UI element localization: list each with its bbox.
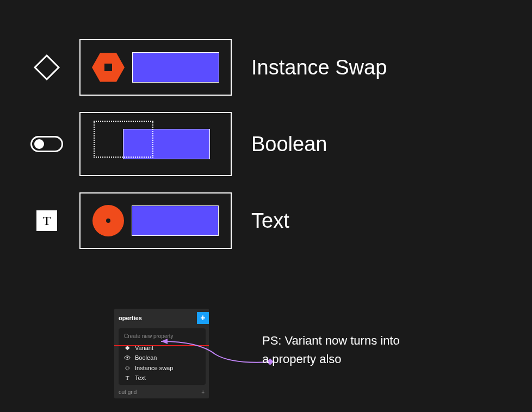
plus-small-icon[interactable]: + bbox=[201, 389, 205, 395]
annotation-text: PS: Variant now turns into a property al… bbox=[262, 332, 400, 369]
instance-swap-icon-wrap bbox=[14, 58, 79, 77]
row-boolean: Boolean bbox=[14, 112, 387, 176]
create-property-menu: Create new property ◆ Variant Boolean ◇ … bbox=[119, 328, 206, 385]
eye-icon bbox=[124, 355, 131, 360]
diamond-icon bbox=[34, 54, 60, 80]
menu-item-label: Instance swap bbox=[135, 365, 173, 371]
menu-item-label: Text bbox=[135, 374, 146, 381]
boolean-preview bbox=[79, 112, 232, 176]
instance-swap-label: Instance Swap bbox=[251, 56, 387, 79]
text-preview bbox=[79, 192, 232, 249]
red-underline bbox=[114, 345, 209, 346]
menu-title: Create new property bbox=[119, 330, 206, 342]
toggle-icon bbox=[30, 136, 63, 152]
boolean-icon-wrap bbox=[14, 136, 79, 152]
menu-item-label: Boolean bbox=[135, 354, 157, 361]
row-text: T Text bbox=[14, 192, 387, 249]
diamond-small-icon: ◇ bbox=[124, 364, 131, 371]
menu-item-variant[interactable]: ◆ Variant bbox=[119, 342, 206, 353]
text-icon-wrap: T bbox=[14, 210, 79, 231]
properties-panel: operties + Create new property ◆ Variant… bbox=[114, 309, 209, 398]
annotation-line1: PS: Variant now turns into bbox=[262, 332, 400, 350]
blue-rect bbox=[123, 129, 210, 159]
text-label: Text bbox=[251, 209, 289, 233]
blue-rect bbox=[132, 205, 219, 236]
menu-item-boolean[interactable]: Boolean bbox=[119, 353, 206, 363]
text-icon: T bbox=[36, 210, 57, 231]
blue-rect bbox=[132, 52, 219, 83]
annotation-line2: a property also bbox=[262, 350, 400, 369]
panel-footer-label: out grid bbox=[119, 389, 137, 395]
boolean-label: Boolean bbox=[251, 133, 327, 156]
svg-point-1 bbox=[127, 357, 128, 359]
add-property-button[interactable]: + bbox=[197, 312, 209, 324]
row-instance-swap: Instance Swap bbox=[14, 39, 387, 96]
panel-header: operties + bbox=[114, 309, 209, 327]
panel-header-title: operties bbox=[119, 315, 142, 321]
menu-item-text[interactable]: T Text bbox=[119, 373, 206, 383]
menu-item-instance-swap[interactable]: ◇ Instance swap bbox=[119, 363, 206, 373]
circle-icon bbox=[92, 205, 124, 236]
property-type-rows: Instance Swap Boolean T Text bbox=[14, 39, 387, 265]
text-small-icon: T bbox=[124, 374, 131, 381]
instance-swap-preview bbox=[79, 39, 232, 96]
hexagon-icon bbox=[92, 51, 125, 84]
panel-footer: out grid + bbox=[114, 388, 209, 398]
